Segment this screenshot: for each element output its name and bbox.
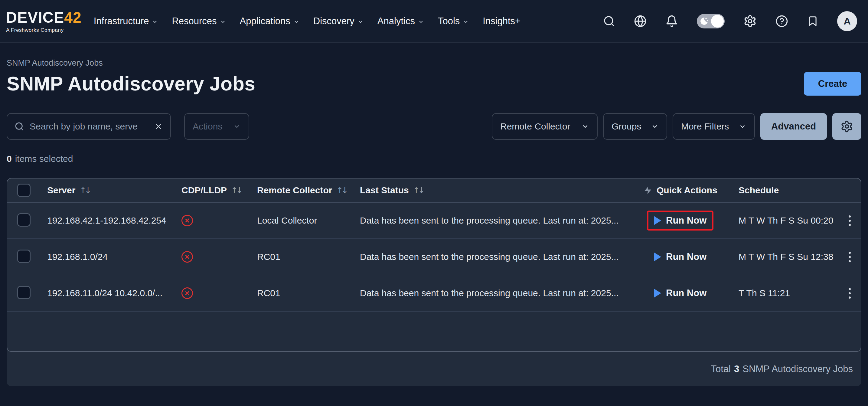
- table-row: 192.168.11.0/24 10.42.0.0/... RC01 Data …: [7, 275, 861, 312]
- row-menu-kebab-icon[interactable]: [846, 212, 854, 229]
- table-row: 192.168.1.0/24 RC01 Data has been sent t…: [7, 239, 861, 275]
- chevron-down-icon: [418, 19, 424, 25]
- schedule-cell: M T W Th F S Su 12:38: [739, 252, 838, 262]
- table-empty-space: [7, 312, 861, 351]
- page-title: SNMP Autodiscovery Jobs: [7, 72, 255, 95]
- server-cell: 192.168.42.1-192.168.42.254: [47, 215, 182, 226]
- filter-group: Remote Collector Groups More Filters Adv…: [492, 113, 861, 140]
- logo-accent: 42: [64, 9, 82, 26]
- nav-item-label: Analytics: [377, 16, 415, 27]
- run-now-label: Run Now: [666, 215, 707, 226]
- server-cell: 192.168.11.0/24 10.42.0.0/...: [47, 288, 182, 298]
- column-header-cdp-lldp[interactable]: CDP/LLDP: [182, 185, 257, 195]
- help-icon[interactable]: [775, 15, 788, 28]
- chevron-down-icon: [233, 123, 241, 130]
- avatar-initial: A: [843, 16, 850, 27]
- table-footer: Total 3 SNMP Autodiscovery Jobs: [7, 352, 861, 386]
- nav-item-label: Insights+: [483, 16, 521, 27]
- cdp-lldp-disabled-icon: [182, 215, 193, 226]
- groups-filter[interactable]: Groups: [603, 113, 667, 140]
- column-label: CDP/LLDP: [182, 185, 227, 195]
- top-navigation: DEVICE42 A Freshworks Company Infrastruc…: [0, 0, 868, 43]
- column-header-last-status[interactable]: Last Status: [360, 185, 643, 195]
- main-menu: Infrastructure Resources Applications Di…: [94, 16, 521, 27]
- logo-subtitle: A Freshworks Company: [6, 28, 82, 33]
- schedule-cell: M T W Th F S Su 00:20: [739, 215, 838, 226]
- run-now-button[interactable]: Run Now: [647, 247, 713, 267]
- last-status-cell: Data has been sent to the processing que…: [360, 288, 643, 298]
- notifications-bell-icon[interactable]: [665, 15, 678, 28]
- clear-search-icon[interactable]: [154, 122, 163, 131]
- nav-utilities: A: [603, 11, 857, 31]
- nav-item-applications[interactable]: Applications: [240, 16, 300, 27]
- run-now-label: Run Now: [666, 251, 707, 262]
- jobs-table: Server CDP/LLDP Remote Collector Last St…: [7, 178, 861, 352]
- select-all-checkbox[interactable]: [17, 184, 31, 197]
- filter-label: Remote Collector: [500, 121, 570, 132]
- run-now-button[interactable]: Run Now: [647, 283, 713, 303]
- chevron-down-icon: [220, 19, 226, 25]
- remote-collector-cell: Local Collector: [257, 215, 360, 226]
- sort-icon: [231, 186, 241, 195]
- nav-item-discovery[interactable]: Discovery: [313, 16, 364, 27]
- row-checkbox[interactable]: [17, 213, 31, 227]
- column-label: Schedule: [739, 185, 779, 195]
- logo-text: DEVICE42: [6, 10, 82, 25]
- cdp-lldp-disabled-icon: [182, 287, 193, 299]
- chevron-down-icon: [358, 19, 364, 25]
- sort-icon: [336, 186, 347, 195]
- nav-item-insights-plus[interactable]: Insights+: [483, 16, 521, 27]
- moon-icon: [699, 16, 709, 26]
- sort-icon: [80, 186, 90, 195]
- filter-label: More Filters: [681, 121, 729, 132]
- server-cell: 192.168.1.0/24: [47, 252, 182, 262]
- more-filters-dropdown[interactable]: More Filters: [673, 113, 755, 140]
- page-header: SNMP Autodiscovery Jobs Create: [7, 72, 861, 96]
- run-now-button-highlighted[interactable]: Run Now: [647, 211, 713, 230]
- column-header-remote-collector[interactable]: Remote Collector: [257, 185, 360, 195]
- row-checkbox[interactable]: [17, 250, 31, 263]
- nav-item-infrastructure[interactable]: Infrastructure: [94, 16, 158, 27]
- last-status-cell: Data has been sent to the processing que…: [360, 215, 643, 226]
- actions-dropdown[interactable]: Actions: [184, 113, 249, 140]
- remote-collector-cell: RC01: [257, 288, 360, 298]
- search-icon[interactable]: [603, 15, 615, 27]
- chevron-down-icon: [581, 123, 589, 130]
- row-checkbox[interactable]: [17, 286, 31, 299]
- breadcrumb[interactable]: SNMP Autodiscovery Jobs: [7, 58, 861, 68]
- last-status-cell: Data has been sent to the processing que…: [360, 252, 643, 262]
- remote-collector-filter[interactable]: Remote Collector: [492, 113, 598, 140]
- device42-logo[interactable]: DEVICE42 A Freshworks Company: [6, 10, 82, 33]
- settings-gear-icon[interactable]: [743, 14, 757, 28]
- sort-icon: [413, 186, 424, 195]
- total-suffix: SNMP Autodiscovery Jobs: [743, 364, 853, 375]
- user-avatar[interactable]: A: [837, 11, 857, 31]
- schedule-cell: T Th S 11:21: [739, 288, 838, 298]
- nav-item-label: Tools: [438, 16, 460, 27]
- column-label: Server: [47, 185, 75, 195]
- table-settings-gear-icon[interactable]: [832, 113, 861, 140]
- chevron-down-icon: [152, 19, 158, 25]
- advanced-button[interactable]: Advanced: [760, 113, 827, 140]
- create-button[interactable]: Create: [804, 72, 861, 96]
- toolbar: Actions Remote Collector Groups More Fil…: [7, 113, 861, 140]
- selection-count: 0: [7, 154, 12, 164]
- cdp-lldp-disabled-icon: [182, 251, 193, 262]
- search-input[interactable]: [30, 121, 149, 132]
- nav-item-resources[interactable]: Resources: [172, 16, 226, 27]
- nav-item-analytics[interactable]: Analytics: [377, 16, 424, 27]
- search-icon: [14, 122, 24, 131]
- bookmark-icon[interactable]: [807, 15, 818, 27]
- theme-toggle[interactable]: [697, 14, 725, 28]
- play-icon: [654, 289, 661, 298]
- column-label: Quick Actions: [657, 185, 717, 195]
- globe-icon[interactable]: [634, 15, 647, 28]
- selection-status: 0 items selected: [7, 154, 861, 164]
- row-menu-kebab-icon[interactable]: [846, 249, 854, 265]
- play-icon: [654, 252, 661, 261]
- row-menu-kebab-icon[interactable]: [846, 285, 854, 302]
- nav-item-tools[interactable]: Tools: [438, 16, 469, 27]
- column-header-server[interactable]: Server: [47, 185, 182, 195]
- nav-item-label: Resources: [172, 16, 217, 27]
- column-header-schedule: Schedule: [739, 185, 838, 195]
